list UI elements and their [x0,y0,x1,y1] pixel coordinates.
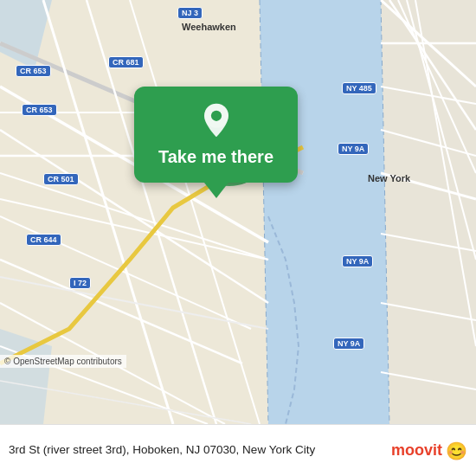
svg-point-38 [210,111,221,121]
moovit-face-icon: 😊 [446,441,467,461]
address-text: 3rd St (river street 3rd), Hoboken, NJ 0… [9,442,391,459]
moovit-logo: moovit 😊 [391,441,467,461]
location-pin-icon [198,102,235,138]
badge-cr653b: CR 653 [22,104,57,116]
badge-ny9ac: NY 9A [333,338,364,350]
moovit-brand-text: moovit [391,441,442,460]
popup-pointer [204,183,228,198]
map-container: Weehawken New York NJ 3 CR 653 CR 681 CR… [0,0,476,424]
badge-cr501: CR 501 [43,173,79,185]
new-york-label: New York [368,173,410,183]
weehawken-label: Weehawken [182,22,236,32]
osm-attribution: © OpenStreetMap contributors [0,355,126,368]
badge-i72: I 72 [69,277,91,289]
badge-cr653a: CR 653 [16,65,51,77]
badge-ny9aa: NY 9A [338,143,369,155]
take-me-there-button[interactable]: Take me there [158,147,273,167]
badge-cr681: CR 681 [108,56,144,68]
badge-cr644: CR 644 [26,234,61,246]
info-bar: 3rd St (river street 3rd), Hoboken, NJ 0… [0,424,476,476]
badge-ny485: NY 485 [342,82,376,94]
badge-nj3: NJ 3 [177,7,203,19]
badge-ny9ab: NY 9A [342,255,373,267]
popup-box[interactable]: Take me there [134,87,298,183]
svg-marker-2 [260,0,389,424]
popup-container[interactable]: Take me there [134,87,298,198]
